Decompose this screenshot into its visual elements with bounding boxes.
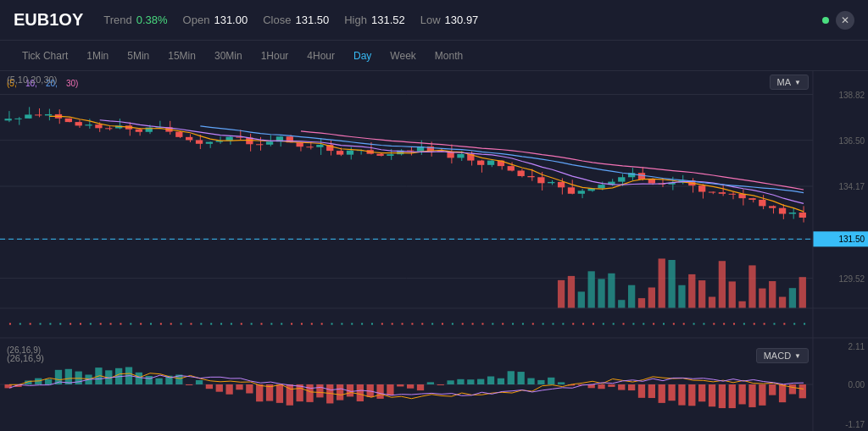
trend-value: 0.38% — [136, 14, 168, 26]
symbol: EUB1OY — [14, 10, 83, 30]
high-label: High — [344, 14, 367, 26]
low-label: Low — [420, 14, 441, 26]
close-button[interactable]: ✕ — [836, 11, 854, 30]
close-value: 131.50 — [295, 14, 329, 26]
tf-day[interactable]: Day — [345, 47, 380, 65]
timeframe-bar: Tick Chart1Min5Min15Min30Min1Hour4HourDa… — [0, 41, 868, 71]
tf-4hour[interactable]: 4Hour — [298, 47, 343, 65]
open-value: 131.00 — [214, 14, 248, 26]
low-stat: Low 130.97 — [420, 14, 479, 26]
ma-button[interactable]: MA ▼ — [770, 75, 809, 90]
trend-stat: Trend 0.38% — [103, 14, 167, 26]
header: EUB1OY Trend 0.38% Open 131.00 Close 131… — [0, 0, 868, 41]
tf-30min[interactable]: 30Min — [206, 47, 251, 65]
header-stats: Trend 0.38% Open 131.00 Close 131.50 Hig… — [103, 14, 822, 26]
trend-label: Trend — [103, 14, 131, 26]
ma-label: (5,10,20,30) — [7, 75, 57, 85]
ma-button-label: MA — [777, 77, 792, 87]
tf-1hour[interactable]: 1Hour — [253, 47, 298, 65]
ma-dropdown-icon: ▼ — [794, 79, 801, 86]
green-dot-indicator — [822, 17, 829, 24]
tf-tick-chart[interactable]: Tick Chart — [14, 47, 76, 65]
macd-button-label: MACD — [764, 351, 791, 361]
macd-dropdown-icon: ▼ — [794, 352, 801, 360]
close-stat: Close 131.50 — [263, 14, 329, 26]
tf-month[interactable]: Month — [426, 47, 471, 65]
tf-15min[interactable]: 15Min — [159, 47, 204, 65]
tf-5min[interactable]: 5Min — [119, 47, 158, 65]
chart-area: (5,10,20,30) MA ▼ (26,16,9) MACD ▼ — [0, 71, 868, 431]
open-stat: Open 131.00 — [183, 14, 248, 26]
macd-label: (26,16,9) — [7, 353, 44, 363]
high-stat: High 131.52 — [344, 14, 405, 26]
open-label: Open — [183, 14, 210, 26]
close-label: Close — [263, 14, 291, 26]
tf-week[interactable]: Week — [381, 47, 424, 65]
high-value: 131.52 — [371, 14, 405, 26]
app-container: EUB1OY Trend 0.38% Open 131.00 Close 131… — [0, 0, 868, 431]
low-value: 130.97 — [445, 14, 479, 26]
macd-button[interactable]: MACD ▼ — [756, 348, 809, 363]
tf-1min[interactable]: 1Min — [78, 47, 117, 65]
